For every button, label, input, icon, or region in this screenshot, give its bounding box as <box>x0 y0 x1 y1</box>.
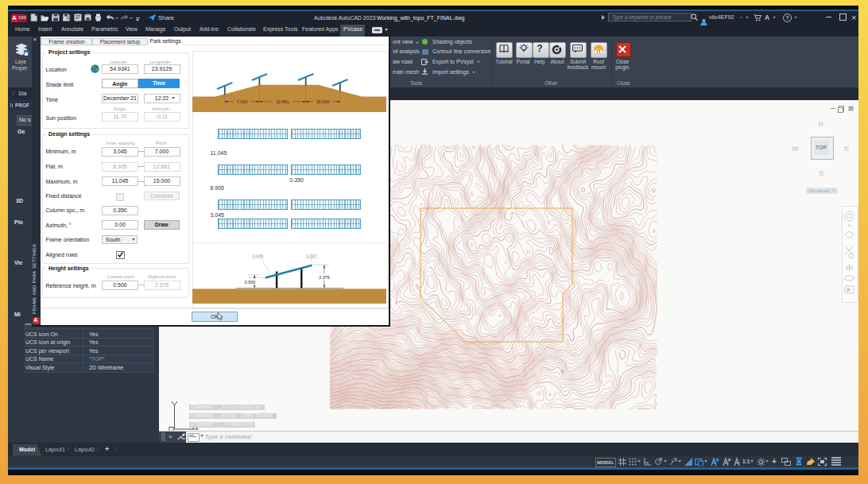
svg-text:0.500: 0.500 <box>245 280 255 285</box>
svg-text:2.376: 2.376 <box>319 275 329 280</box>
svg-text:1.907: 1.907 <box>306 254 316 258</box>
svg-text:0.946: 0.946 <box>253 254 263 258</box>
svg-text:12.861: 12.861 <box>276 99 289 104</box>
svg-text:15.000: 15.000 <box>316 99 329 104</box>
svg-text:7.000: 7.000 <box>237 99 247 104</box>
